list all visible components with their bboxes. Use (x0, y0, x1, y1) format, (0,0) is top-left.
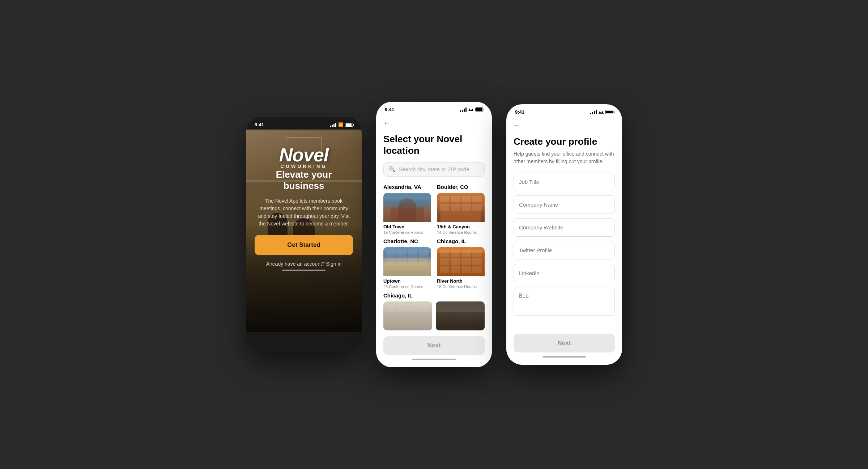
city-label-alexandria: Alexandria, VA (383, 184, 431, 190)
building-img-chicago2 (383, 301, 432, 330)
logo-container: Novel COWORKING (255, 130, 353, 169)
location-rooms-oldtown: 19 Conference Rooms (383, 230, 431, 234)
signal-icon (330, 123, 336, 127)
location-card-15thcanyon[interactable]: 15th & Canyon 14 Conference Rooms (437, 193, 485, 235)
screen1-time: 9:41 (255, 122, 264, 127)
city-chicago-rn: Chicago, IL River North 18 (437, 238, 485, 290)
linkedin-input[interactable] (514, 264, 615, 282)
city-label-charlotte: Charlotte, NC (383, 238, 431, 244)
screen3-content: Create your profile Help guests find you… (506, 132, 622, 329)
location-rooms-rivernorth: 18 Conference Rooms (437, 284, 485, 289)
wifi-icon: ▴▴ (599, 109, 604, 115)
search-bar[interactable]: 🔍 Search city, state or ZIP code (383, 162, 485, 177)
screen1-status-icons: 📶 (330, 122, 353, 127)
location-place-15thcanyon: 15th & Canyon (437, 224, 485, 229)
city-label-chicago2: Chicago, IL (383, 292, 485, 299)
bio-input[interactable] (514, 287, 615, 316)
wifi-icon: ▴▴ (468, 107, 473, 112)
location-info-oldtown: Old Town 19 Conference Rooms (383, 222, 431, 235)
building-img-charlotte (383, 247, 431, 276)
job-title-input[interactable] (514, 173, 615, 191)
city-alexandria: Alexandria, VA Old Town 19 Conference Ro… (383, 184, 431, 235)
location-info-uptown: Uptown 28 Conference Rooms (383, 276, 431, 290)
novel-coworking-label: COWORKING (281, 164, 327, 169)
home-indicator-3 (542, 356, 586, 358)
novel-logo: Novel (279, 144, 329, 166)
splash-bottom: Elevate your business The Novel App lets… (255, 169, 353, 267)
chicago-grid2 (383, 301, 485, 330)
building-img-rivernorth (437, 247, 485, 276)
screen2-content: Select your Novel location 🔍 Search city… (376, 130, 492, 331)
location-card-rivernorth[interactable]: River North 18 Conference Rooms (437, 247, 485, 290)
home-indicator (282, 270, 326, 271)
city-chicago-row2: Chicago, IL (383, 292, 485, 330)
screen2-time: 9:41 (385, 107, 394, 112)
city-label-chicago-il: Chicago, IL (437, 238, 485, 244)
location-info-15thcanyon: 15th & Canyon 14 Conference Rooms (437, 222, 485, 235)
screen3-time: 9:41 (515, 109, 524, 115)
building-img-chicago3 (436, 301, 485, 330)
search-placeholder: Search city, state or ZIP code (399, 166, 469, 172)
city-boulder: Boulder, CO 15th & Canyon 14 Conference … (437, 184, 485, 235)
location-card-oldtown[interactable]: Old Town 19 Conference Rooms (383, 193, 431, 235)
wifi-icon: 📶 (338, 122, 343, 127)
splash-screen: Novel COWORKING Elevate your business Th… (246, 130, 362, 332)
search-icon: 🔍 (389, 166, 396, 173)
building-img-boulder (437, 193, 485, 222)
profile-title: Create your profile (514, 136, 615, 147)
location-place-uptown: Uptown (383, 278, 431, 284)
battery-icon (475, 107, 483, 111)
back-button[interactable]: ← (383, 116, 391, 130)
location-info-rivernorth: River North 18 Conference Rooms (437, 276, 485, 290)
get-started-button[interactable]: Get Started (255, 235, 353, 255)
screen2-nav: ← (376, 114, 492, 130)
splash-subtext: The Novel App lets members book meetings… (255, 197, 353, 228)
building-img-oldtown (383, 193, 431, 222)
signal-icon (460, 107, 467, 112)
signal-icon (590, 110, 597, 114)
city-row-2: Charlotte, NC Uptown 28 Conf (383, 238, 485, 290)
location-place-oldtown: Old Town (383, 224, 431, 229)
screen2-status-bar: 9:41 ▴▴ (376, 102, 492, 114)
splash-heading: Elevate your business (255, 169, 353, 191)
screen3-back-button[interactable]: ← (514, 118, 521, 132)
screens-container: 9:41 📶 (246, 102, 622, 367)
screen3-phone: 9:41 ▴▴ ← Create your profile Help guest… (506, 104, 622, 365)
splash-content: Novel COWORKING Elevate your business Th… (246, 130, 362, 282)
screen3-next-button[interactable]: Next (514, 334, 615, 352)
screen2-status-icons: ▴▴ (460, 107, 483, 112)
screen2-phone: 9:41 ▴▴ ← Select your Novel location (376, 102, 492, 367)
location-rooms-uptown: 28 Conference Rooms (383, 284, 431, 289)
city-row-1: Alexandria, VA Old Town 19 Conference Ro… (383, 184, 485, 235)
screen2-title: Select your Novel location (383, 134, 485, 156)
city-charlotte: Charlotte, NC Uptown 28 Conf (383, 238, 431, 290)
screen2-next-container: Next (376, 332, 492, 367)
company-website-input[interactable] (514, 218, 615, 237)
screen2-next-button[interactable]: Next (383, 336, 485, 355)
battery-icon (605, 110, 613, 114)
screen3-nav: ← (506, 117, 622, 132)
sign-in-link[interactable]: Already have an account? Sign in (255, 261, 353, 267)
profile-fields (514, 173, 615, 316)
twitter-profile-input[interactable] (514, 241, 615, 259)
company-name-input[interactable] (514, 195, 615, 214)
screen1-phone: 9:41 📶 (246, 117, 362, 352)
location-card-chicago2[interactable] (383, 301, 432, 330)
screen3-status-bar: 9:41 ▴▴ (506, 104, 622, 117)
profile-subtitle: Help guests find your office and connect… (514, 150, 615, 165)
battery-icon (345, 123, 353, 127)
screen3-next-container: Next (506, 329, 622, 365)
location-card-uptown[interactable]: Uptown 28 Conference Rooms (383, 247, 431, 290)
screen3-status-icons: ▴▴ (590, 109, 613, 115)
city-label-boulder: Boulder, CO (437, 184, 485, 190)
screen1-status-bar: 9:41 📶 (246, 117, 362, 130)
home-indicator-2 (412, 359, 456, 360)
location-card-chicago3[interactable] (436, 301, 485, 330)
location-rooms-15thcanyon: 14 Conference Rooms (437, 230, 485, 234)
location-place-rivernorth: River North (437, 278, 485, 284)
